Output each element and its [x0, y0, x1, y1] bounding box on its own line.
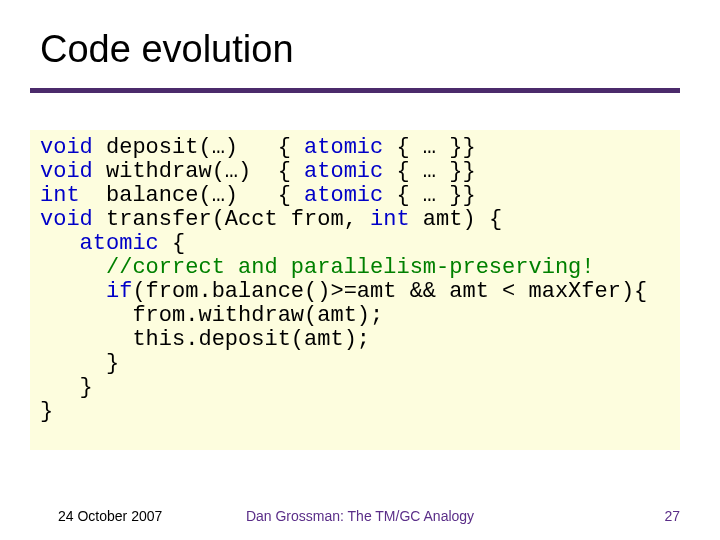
title-rule [30, 88, 680, 93]
code-l8: from.withdraw(amt); [40, 303, 383, 328]
code-l11: } [40, 375, 93, 400]
code-l3d: { … }} [383, 183, 475, 208]
kw-void-2: void [40, 159, 93, 184]
kw-atomic-1: atomic [304, 135, 383, 160]
code-l7a [40, 279, 106, 304]
code-l1b: deposit(…) { [93, 135, 304, 160]
code-l4d: amt) { [410, 207, 502, 232]
code-l1d: { … }} [383, 135, 475, 160]
code-l5c: { [159, 231, 185, 256]
code-box: void deposit(…) { atomic { … }} void wit… [30, 130, 680, 450]
code-content: void deposit(…) { atomic { … }} void wit… [40, 136, 670, 424]
kw-atomic-3: atomic [304, 183, 383, 208]
slide-title: Code evolution [40, 28, 294, 71]
code-l2d: { … }} [383, 159, 475, 184]
code-l5a [40, 231, 80, 256]
kw-void-3: void [40, 207, 93, 232]
kw-atomic-4: atomic [80, 231, 159, 256]
footer-center: Dan Grossman: The TM/GC Analogy [0, 508, 720, 524]
code-l3b: balance(…) { [80, 183, 304, 208]
kw-int-1: int [40, 183, 80, 208]
code-l7c: (from.balance()>=amt && amt < maxXfer){ [132, 279, 647, 304]
footer-page-number: 27 [664, 508, 680, 524]
kw-void-1: void [40, 135, 93, 160]
code-comment: //correct and parallelism-preserving! [40, 255, 595, 280]
code-l10: } [40, 351, 119, 376]
kw-if: if [106, 279, 132, 304]
code-l12: } [40, 399, 53, 424]
code-l4b: transfer(Acct from, [93, 207, 370, 232]
code-l9: this.deposit(amt); [40, 327, 370, 352]
kw-int-2: int [370, 207, 410, 232]
code-l2b: withdraw(…) { [93, 159, 304, 184]
kw-atomic-2: atomic [304, 159, 383, 184]
